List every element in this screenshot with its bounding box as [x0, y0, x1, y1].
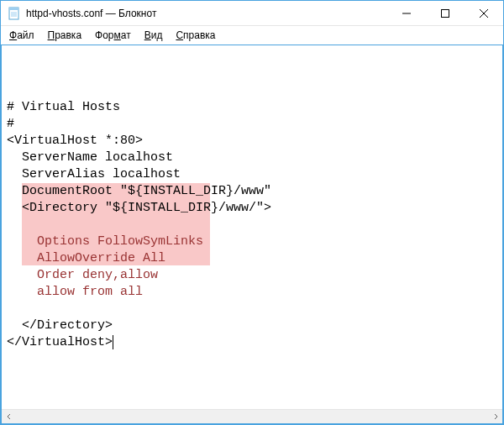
code-line-highlighted: AllowOverride All [7, 250, 497, 267]
horizontal-scrollbar[interactable] [2, 409, 502, 423]
text-editor[interactable]: # Virtual Hosts#<VirtualHost *:80> Serve… [2, 45, 502, 409]
editor-frame: # Virtual Hosts#<VirtualHost *:80> Serve… [1, 45, 503, 424]
menu-edit[interactable]: Правка [43, 28, 87, 43]
code-line: DocumentRoot "${INSTALL_DIR}/www" [7, 183, 497, 200]
text-caret [113, 335, 113, 349]
window-controls [387, 1, 503, 25]
code-line-highlighted: allow from all [7, 284, 497, 301]
code-line: <VirtualHost *:80> [7, 133, 497, 150]
code-line: # Virtual Hosts [7, 99, 497, 116]
code-line [7, 217, 497, 233]
menu-format[interactable]: Формат [90, 28, 136, 43]
scroll-right-icon[interactable] [488, 410, 502, 424]
window-title: httpd-vhosts.conf — Блокнот [26, 8, 387, 19]
menu-view[interactable]: Вид [139, 28, 168, 43]
code-line: # [7, 116, 497, 133]
code-line: <Directory "${INSTALL_DIR}/www/"> [7, 200, 497, 217]
code-line-highlighted: Options FollowSymLinks [7, 233, 497, 250]
menu-help[interactable]: Справка [171, 28, 220, 43]
code-line: </VirtualHost> [7, 334, 497, 351]
svg-rect-1 [9, 8, 18, 10]
code-line: ServerName localhost [7, 150, 497, 166]
svg-rect-6 [442, 9, 449, 17]
close-button[interactable] [465, 1, 503, 25]
minimize-button[interactable] [387, 1, 426, 25]
code-line [7, 301, 497, 317]
code-line: ServerAlias localhost [7, 166, 497, 183]
scroll-track[interactable] [16, 410, 488, 423]
notepad-window: httpd-vhosts.conf — Блокнот Файл Правка … [0, 0, 504, 425]
scroll-left-icon[interactable] [2, 410, 16, 424]
titlebar: httpd-vhosts.conf — Блокнот [1, 1, 503, 26]
menu-file[interactable]: Файл [4, 28, 39, 43]
code-line: </Directory> [7, 317, 497, 334]
menubar: Файл Правка Формат Вид Справка [1, 26, 503, 45]
maximize-button[interactable] [426, 1, 465, 25]
text-content: # Virtual Hosts#<VirtualHost *:80> Serve… [7, 99, 497, 351]
code-line-highlighted: Order deny,allow [7, 267, 497, 284]
notepad-app-icon [8, 7, 21, 20]
